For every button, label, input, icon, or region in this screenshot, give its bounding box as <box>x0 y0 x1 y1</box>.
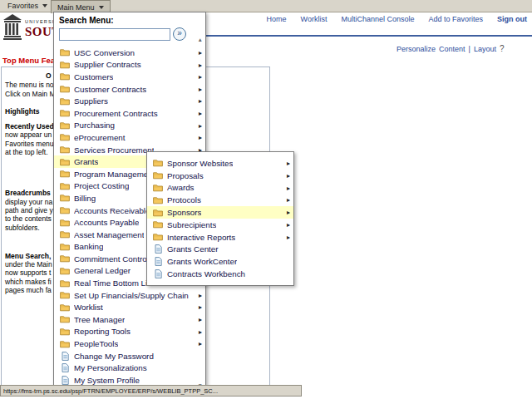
submenu-arrow-icon: ▸ <box>199 62 202 69</box>
menu-item-customer-contracts[interactable]: Customer Contracts▸ <box>54 83 205 96</box>
page-icon <box>60 352 70 361</box>
page-icon <box>153 257 163 266</box>
menu-item-eprocurement[interactable]: eProcurement▸ <box>54 131 205 144</box>
nav-link-add-to-favorites[interactable]: Add to Favorites <box>428 15 483 23</box>
menu-item-set-up-financials-supply-chain[interactable]: Set Up Financials/Supply Chain▸ <box>54 289 205 302</box>
menu-item-procurement-contracts[interactable]: Procurement Contracts▸ <box>54 107 205 120</box>
folder-icon <box>60 291 70 299</box>
menu-item-suppliers[interactable]: Suppliers▸ <box>54 95 205 107</box>
personalize-label: Personalize <box>397 45 436 53</box>
page-icon <box>153 244 163 254</box>
menu-item-grants-workcenter[interactable]: Grants WorkCenter <box>147 255 293 268</box>
menu-item-usc-conversion[interactable]: USC Conversion▸ <box>54 47 205 59</box>
folder-icon <box>60 170 70 178</box>
folder-icon <box>60 219 70 227</box>
menu-item-interactive-reports[interactable]: Interactive Reports▸ <box>147 231 293 244</box>
folder-icon <box>60 194 70 202</box>
nav-link-home[interactable]: Home <box>267 15 287 23</box>
menu-item-reporting-tools[interactable]: Reporting Tools▸ <box>54 326 205 338</box>
menu-item-my-personalizations[interactable]: My Personalizations <box>54 362 205 374</box>
caret-down-icon <box>99 6 104 9</box>
menu-item-awards[interactable]: Awards▸ <box>147 182 293 195</box>
personalize-bar: Personalize Content | Layout <box>397 45 496 53</box>
folder-icon <box>60 206 70 214</box>
submenu-arrow-icon: ▸ <box>199 316 202 323</box>
submenu-arrow-icon: ▸ <box>199 97 202 105</box>
menu-item-supplier-contracts[interactable]: Supplier Contracts▸ <box>54 59 205 71</box>
submenu-arrow-icon: ▸ <box>287 185 290 192</box>
folder-icon <box>60 145 70 154</box>
sign-out-link[interactable]: Sign out <box>497 15 527 23</box>
menu-item-label: Sponsor Websites <box>167 159 233 168</box>
submenu-arrow-icon: ▸ <box>199 328 202 336</box>
menu-item-purchasing[interactable]: Purchasing▸ <box>54 120 205 132</box>
menu-item-label: My Personalizations <box>74 363 147 372</box>
separator: | <box>469 45 470 53</box>
folder-icon <box>60 72 70 81</box>
folder-icon <box>60 121 70 130</box>
submenu-arrow-icon: ▸ <box>199 73 202 81</box>
menu-item-change-my-password[interactable]: Change My Password <box>54 350 205 362</box>
menu-item-sponsors[interactable]: Sponsors▸ <box>147 206 293 219</box>
search-row: » <box>54 25 205 45</box>
menu-item-label: Services Procurement <box>74 145 154 155</box>
menu-item-label: Commitment Control <box>74 254 149 264</box>
submenu-arrow-icon: ▸ <box>199 292 202 299</box>
grants-submenu-list: Sponsor Websites▸Proposals▸Awards▸Protoc… <box>147 157 293 280</box>
menu-search-input[interactable] <box>59 28 170 41</box>
submenu-arrow-icon: ▸ <box>287 209 290 216</box>
menu-item-label: Grants WorkCenter <box>167 257 237 266</box>
submenu-arrow-icon: ▸ <box>287 196 290 204</box>
menu-item-contracts-workbench[interactable]: Contracts Workbench <box>147 268 293 280</box>
folder-icon <box>153 184 163 192</box>
folder-icon <box>60 48 70 57</box>
nav-link-worklist[interactable]: Worklist <box>301 15 328 23</box>
menu-item-label: Grants Center <box>167 244 219 254</box>
columns-building-icon <box>2 13 22 45</box>
favorites-menu-button[interactable]: Favorites <box>2 0 52 12</box>
menu-item-worklist[interactable]: Worklist▸ <box>54 301 205 313</box>
folder-icon <box>60 85 70 93</box>
menu-item-label: Worklist <box>74 303 103 312</box>
menu-item-label: Protocols <box>167 195 201 204</box>
menu-item-peopletools[interactable]: PeopleTools▸ <box>54 337 205 350</box>
scroll-up-icon[interactable]: ▲ <box>198 37 203 42</box>
search-go-button[interactable]: » <box>173 27 186 41</box>
folder-icon <box>60 315 70 323</box>
folder-icon <box>60 279 70 288</box>
nav-link-multichannel-console[interactable]: MultiChannel Console <box>341 15 414 23</box>
folder-icon <box>60 61 70 69</box>
submenu-arrow-icon: ▸ <box>199 340 202 347</box>
folder-icon <box>153 220 163 229</box>
menu-item-label: Accounts Payable <box>74 218 139 227</box>
menu-item-label: Awards <box>167 183 195 192</box>
status-url: https://fms-trn.ps.sc.edu/psp/FTRN/EMPLO… <box>3 387 218 395</box>
menu-item-tree-manager[interactable]: Tree Manager▸ <box>54 313 205 326</box>
search-menu-label: Search Menu: <box>54 12 205 25</box>
folder-icon <box>60 133 70 141</box>
main-menu-label: Main Menu <box>57 3 95 12</box>
page-icon <box>60 363 70 372</box>
submenu-arrow-icon: ▸ <box>199 86 202 93</box>
folder-icon <box>60 97 70 106</box>
favorites-label: Favorites <box>7 2 38 10</box>
personalize-layout-link[interactable]: Layout <box>474 45 496 53</box>
folder-icon <box>60 303 70 312</box>
menu-item-subrecipients[interactable]: Subrecipients▸ <box>147 219 293 231</box>
nav-bar: HomeWorklistMultiChannel ConsoleAdd to F… <box>267 15 527 23</box>
menu-item-label: Procurement Contracts <box>74 109 158 118</box>
menu-item-label: Sponsors <box>167 208 201 217</box>
personalize-content-link[interactable]: Content <box>439 45 466 53</box>
menu-item-grants-center[interactable]: Grants Center <box>147 244 293 256</box>
submenu-arrow-icon: ▸ <box>199 122 202 130</box>
help-icon[interactable]: ? <box>500 44 505 53</box>
menu-item-sponsor-websites[interactable]: Sponsor Websites▸ <box>147 157 293 170</box>
menu-item-label: Subrecipients <box>167 220 216 229</box>
menu-item-label: Reporting Tools <box>74 327 131 336</box>
menu-item-customers[interactable]: Customers▸ <box>54 71 205 83</box>
submenu-arrow-icon: ▸ <box>287 160 290 167</box>
folder-icon <box>60 254 70 263</box>
menu-item-proposals[interactable]: Proposals▸ <box>147 170 293 182</box>
menu-item-protocols[interactable]: Protocols▸ <box>147 194 293 206</box>
status-bar: https://fms-trn.ps.sc.edu/psp/FTRN/EMPLO… <box>0 385 302 397</box>
